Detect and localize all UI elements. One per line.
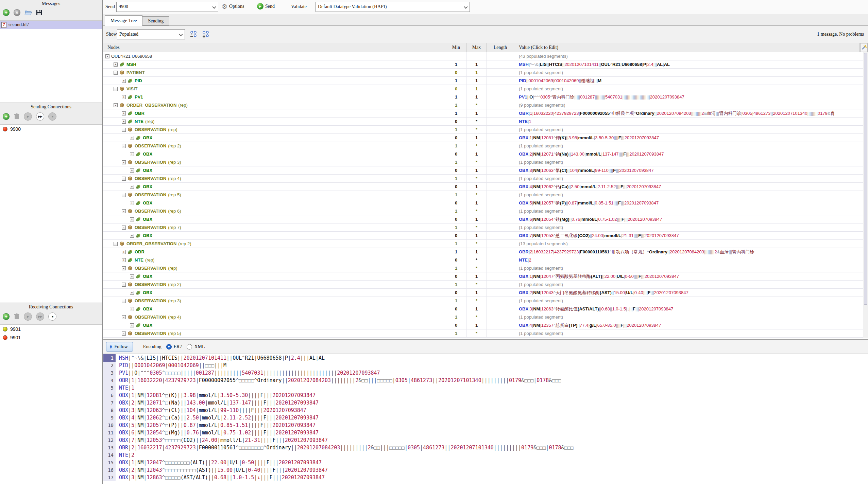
tree-row[interactable]: -OBSERVATION(rep)1*(1 populated segment) <box>103 126 868 134</box>
tree-row[interactable]: +OBX01OBX|1|NM|12081^钾(K)||3.98|mmol/L|3… <box>103 134 868 142</box>
radio-xml[interactable]: XML <box>187 344 205 349</box>
delete-icon[interactable] <box>14 113 20 120</box>
node-value[interactable]: (9 populated segments) <box>514 101 868 109</box>
expand-icon[interactable]: + <box>130 201 134 205</box>
node-value[interactable]: OBX|1|NM|12081^钾(K)||3.98|mmol/L|3.50-5.… <box>514 134 868 142</box>
validation-select[interactable]: Default Datatype Validation (HAPI) <box>316 2 470 12</box>
node-value[interactable]: (1 populated segment) <box>514 207 868 215</box>
collapse-icon[interactable]: - <box>122 315 126 319</box>
collapse-icon[interactable]: - <box>122 144 126 148</box>
tree-row[interactable]: -OBSERVATION(rep 5)1*(1 populated segmen… <box>103 191 868 199</box>
tree-row[interactable]: -OBSERVATION(rep)1*(1 populated segment) <box>103 264 868 272</box>
expand-icon[interactable]: + <box>122 120 126 124</box>
raw-message-view[interactable]: 1MSH|^~\&|LIS||HTCIS||20201207101411||OU… <box>103 354 868 484</box>
expand-icon[interactable]: + <box>122 111 126 115</box>
hl7-line[interactable]: 13OBR|2|16032217|4237929723|F00000110561… <box>103 444 868 451</box>
close-icon[interactable]: × <box>14 9 20 16</box>
node-value[interactable]: (13 populated segments) <box>514 240 868 248</box>
expand-icon[interactable]: + <box>130 136 134 140</box>
tree-row[interactable]: +PID11PID||0001042069|0001042069||谢继祖|||… <box>103 77 868 85</box>
tree-row[interactable]: +OBX01OBX|6|NM|12054^镁(Mg)||0.76|mmol/L|… <box>103 215 868 223</box>
collapse-icon[interactable]: - <box>114 242 118 246</box>
node-value[interactable]: OBX|2|NM|12043^天门冬氨酸氨基转移酶(AST)||15.00|U/… <box>514 289 868 297</box>
collapse-icon[interactable]: - <box>114 87 118 91</box>
node-value[interactable]: (1 populated segment) <box>514 158 868 166</box>
tree-row[interactable]: -OBSERVATION(rep 7)1*(1 populated segmen… <box>103 223 868 232</box>
connection-item[interactable]: 9900 <box>0 125 102 133</box>
tree-row[interactable]: -OBSERVATION(rep 5)1*(1 populated segmen… <box>103 329 868 338</box>
node-value[interactable]: (1 populated segment) <box>514 264 868 272</box>
node-value[interactable]: (43 populated segments) <box>514 52 868 60</box>
stop-icon[interactable]: ■ <box>48 112 56 121</box>
hl7-line[interactable]: 6OBX|1|NM|12081^□(K)||3.98|mmol/L|3.50-5… <box>103 392 868 399</box>
node-value[interactable]: (1 populated segment) <box>514 223 868 231</box>
expand-icon[interactable]: + <box>130 323 134 327</box>
node-value[interactable]: OBR|2|16032217|4237929723|F00000110561^肝… <box>514 248 868 256</box>
node-value[interactable]: MSH|^~\&|LIS||HTCIS||20201207101411||OUL… <box>514 60 868 68</box>
tree-row[interactable]: +OBX01OBX|3|NM|12063^氯(Cl)||104|mmol/L|9… <box>103 166 868 175</box>
node-value[interactable]: OBR|1|16032220|4237929723|F00000092055^电… <box>514 109 868 117</box>
tree-row[interactable]: -ORDER_OBSERVATION(rep 2)1*(13 populated… <box>103 240 868 248</box>
expand-icon[interactable]: + <box>114 62 118 67</box>
radio-er7[interactable]: ER7 <box>166 344 182 349</box>
add-icon[interactable]: + <box>3 9 10 16</box>
show-filter-select[interactable]: Populated <box>117 29 185 39</box>
expand-icon[interactable]: + <box>130 168 134 173</box>
tab-message-tree[interactable]: Message Tree <box>105 15 142 26</box>
collapse-all-icon[interactable] <box>189 30 198 39</box>
tree-row[interactable]: -OBSERVATION(rep 3)1*(1 populated segmen… <box>103 158 868 166</box>
tree-row[interactable]: -OBSERVATION(rep 2)1*(1 populated segmen… <box>103 281 868 289</box>
node-value[interactable]: PV1||O|^^^0305^肾内科门诊|||||001287|||||||||… <box>514 93 868 101</box>
hl7-line[interactable]: 3PV1||O|^^^0305^□□□□□|||||001287||||||||… <box>103 369 868 377</box>
node-value[interactable]: OBX|5|NM|12057^磷(P)||0.87|mmol/L|0.85-1.… <box>514 199 868 207</box>
tree-row[interactable]: +OBR11OBR|1|16032220|4237929723|F0000009… <box>103 109 868 118</box>
node-value[interactable]: (1 populated segment) <box>514 85 868 93</box>
node-value[interactable]: OBX|4|NM|12062^钙(Ca)||2.50|mmol/L|2.11-2… <box>514 183 868 191</box>
node-value[interactable]: OBX|3|NM|12063^氯(Cl)||104|mmol/L|99-110|… <box>514 166 868 174</box>
tree-row[interactable]: -OUL^R21 U6680658(43 populated segments) <box>103 52 868 60</box>
collapse-icon[interactable]: - <box>122 177 126 181</box>
send-button[interactable]: ▶ Send <box>257 3 275 10</box>
hl7-line[interactable]: 9OBX|4|NM|12062^□(Ca)||2.50|mmol/L|2.11-… <box>103 414 868 422</box>
save-icon[interactable] <box>36 10 42 16</box>
node-value[interactable]: (1 populated segment) <box>514 142 868 150</box>
tree-row[interactable]: +OBX01OBX|1|NM|12047^丙氨酸氨基转移酶(ALT)||22.0… <box>103 272 868 281</box>
collapse-icon[interactable]: - <box>122 193 126 197</box>
hl7-line[interactable]: 10OBX|5|NM|12057^□(P)||0.87|mmol/L|0.85-… <box>103 422 868 429</box>
collapse-icon[interactable]: - <box>122 331 126 336</box>
tree-row[interactable]: +OBX01OBX|4|NM|12357^总蛋白(TP)||77.4|g/L|6… <box>103 321 868 329</box>
node-value[interactable]: (1 populated segment) <box>514 69 868 76</box>
tree-row[interactable]: +OBX01OBX|2|NM|12071^钠(Na)||143.00|mmol/… <box>103 150 868 158</box>
collapse-icon[interactable]: - <box>122 283 126 287</box>
collapse-icon[interactable]: - <box>114 71 118 75</box>
node-value[interactable]: (1 populated segment) <box>514 329 868 337</box>
tree-row[interactable]: +OBX01OBX|4|NM|12062^钙(Ca)||2.50|mmol/L|… <box>103 183 868 191</box>
collapse-icon[interactable]: - <box>122 160 126 164</box>
expand-icon[interactable]: + <box>122 79 126 83</box>
collapse-icon[interactable]: - <box>114 103 118 107</box>
stop-icon[interactable]: ■ <box>48 312 56 321</box>
vertical-scrollbar[interactable] <box>863 52 868 338</box>
node-value[interactable]: (1 populated segment) <box>514 297 868 305</box>
hl7-line[interactable]: 2PID||0001042069|0001042069||□□□|||M <box>103 362 868 369</box>
hl7-line[interactable]: 7OBX|2|NM|12071^□(Na)||143.00|mmol/L|137… <box>103 399 868 407</box>
node-value[interactable]: OBX|2|NM|12071^钠(Na)||143.00|mmol/L|137-… <box>514 150 868 158</box>
tree-row[interactable]: +NTE(rep)0*NTE|1 <box>103 118 868 126</box>
hl7-line[interactable]: 16OBX|2|NM|12043^□□□□□□□□□□(AST)||15.00|… <box>103 466 868 474</box>
tree-row[interactable]: +OBR11OBR|2|16032217|4237929723|F0000011… <box>103 248 868 256</box>
expand-icon[interactable]: + <box>122 95 126 99</box>
expand-icon[interactable]: + <box>130 152 134 156</box>
node-value[interactable]: (1 populated segment) <box>514 281 868 288</box>
magic-wand-icon[interactable] <box>860 43 868 52</box>
add-icon[interactable]: + <box>3 113 10 120</box>
connection-item[interactable]: 9901 <box>0 333 102 342</box>
tree-row[interactable]: +OBX01OBX|3|NM|12863^转氨酶比值(AST/ALT)||0.6… <box>103 305 868 313</box>
tree-row[interactable]: +PV111PV1||O|^^^0305^肾内科门诊|||||001287|||… <box>103 93 868 101</box>
node-value[interactable]: (1 populated segment) <box>514 126 868 133</box>
expand-icon[interactable]: + <box>122 258 126 262</box>
node-value[interactable]: OBX|1|NM|12047^丙氨酸氨基转移酶(ALT)||22.00|U/L|… <box>514 272 868 280</box>
expand-icon[interactable]: + <box>130 234 134 238</box>
start-icon[interactable]: ▶ <box>24 112 32 121</box>
hl7-line[interactable]: 14NTE|2 <box>103 451 868 459</box>
tree-row[interactable]: -OBSERVATION(rep 4)1*(1 populated segmen… <box>103 175 868 183</box>
